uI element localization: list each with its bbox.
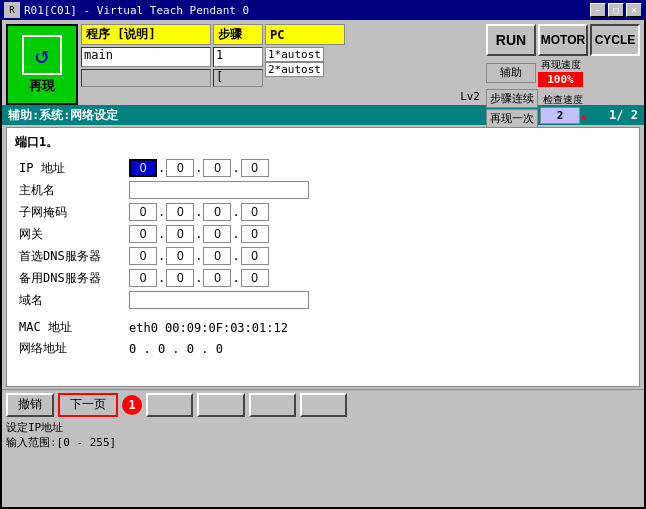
content-area: 端口1。 IP 地址 . . . — [6, 127, 640, 387]
ip-dot: . — [232, 271, 239, 285]
gw-seg-1[interactable] — [166, 225, 194, 243]
hostname-label: 主机名 — [15, 179, 125, 201]
dns2-seg-1[interactable] — [166, 269, 194, 287]
saigen-speed-label: 再现速度 — [541, 58, 581, 72]
status-page: 1/ 2 — [609, 108, 638, 122]
saigen-box[interactable]: ↺ 再現 — [6, 24, 78, 105]
dns1-label: 首选DNS服务器 — [15, 245, 125, 267]
ip-dot: . — [232, 227, 239, 241]
status-text: 辅助:系统:网络设定 — [8, 107, 118, 124]
maximize-button[interactable]: □ — [608, 3, 624, 17]
ip-label: IP 地址 — [15, 157, 125, 179]
subnet-seg-2[interactable] — [203, 203, 231, 221]
dns1-seg-2[interactable] — [203, 247, 231, 265]
hojo-button[interactable]: 辅助 — [486, 63, 536, 83]
next-page-button[interactable]: 下一页 — [58, 393, 118, 417]
ip-seg-3[interactable] — [241, 159, 269, 177]
ip-dot: . — [232, 205, 239, 219]
ip-dot: . — [232, 249, 239, 263]
gw-seg-3[interactable] — [241, 225, 269, 243]
table-row: 网关 . . . — [15, 223, 631, 245]
hint-line1: 设定IP地址 — [6, 420, 640, 435]
ip-dot: . — [158, 161, 165, 175]
right-buttons: RUN MOTOR CYCLE 辅助 再现速度 100% 步骤连续 再现一次 检… — [486, 24, 640, 105]
hostname-input[interactable] — [129, 181, 309, 199]
step-value: 1 — [213, 47, 263, 67]
btn5[interactable] — [249, 393, 296, 417]
ip-dot: . — [195, 227, 202, 241]
subnet-seg-0[interactable] — [129, 203, 157, 221]
prog-row1: 程序 [说明] 步骤 PC — [81, 24, 455, 45]
gateway-field: . . . — [125, 223, 631, 245]
saigen-speed: 再现速度 100% — [538, 58, 583, 87]
dns2-seg-0[interactable] — [129, 269, 157, 287]
saigen-arrow-icon: ↺ — [35, 43, 49, 67]
run-button[interactable]: RUN — [486, 24, 536, 56]
program-section: 程序 [说明] 步骤 PC main [ 1 — [81, 24, 455, 105]
dns1-seg-1[interactable] — [166, 247, 194, 265]
table-row: 网络地址 0 . 0 . 0 . 0 — [15, 338, 631, 359]
cycle-button[interactable]: CYCLE — [590, 24, 640, 56]
ip-dot: . — [232, 161, 239, 175]
step-ichido-button[interactable]: 再现一次 — [486, 109, 538, 128]
table-row: 备用DNS服务器 . . . — [15, 267, 631, 289]
subnet-seg-3[interactable] — [241, 203, 269, 221]
gw-seg-0[interactable] — [129, 225, 157, 243]
badge: 1 — [122, 395, 142, 415]
table-row: 子网掩码 . . . — [15, 201, 631, 223]
dns1-seg-3[interactable] — [241, 247, 269, 265]
pc-line2: 2*autost — [265, 62, 324, 77]
table-row: IP 地址 . . . — [15, 157, 631, 179]
step-renzoku-button[interactable]: 步骤连续 — [486, 89, 538, 108]
dns2-seg-3[interactable] — [241, 269, 269, 287]
ip-dot: . — [158, 205, 165, 219]
saigen-icon: ↺ — [22, 35, 62, 75]
ip-seg-2[interactable] — [203, 159, 231, 177]
ip-seg-1[interactable] — [166, 159, 194, 177]
dns1-seg-0[interactable] — [129, 247, 157, 265]
check-speed-label: 检查速度 — [543, 93, 583, 107]
ip-dot: . — [158, 271, 165, 285]
title-buttons: − □ × — [590, 3, 642, 17]
network-value: 0 . 0 . 0 . 0 — [125, 338, 631, 359]
dns2-label: 备用DNS服务器 — [15, 267, 125, 289]
pc-header: PC — [265, 24, 345, 45]
network-table: IP 地址 . . . 主 — [15, 157, 631, 359]
title-text: R01[C01] - Virtual Teach Pendant 0 — [24, 4, 590, 17]
program-value: main — [81, 47, 211, 67]
pc-info: 1*autost 2*autost — [265, 47, 324, 87]
bottom-bar: 撤销 下一页 1 — [2, 389, 644, 419]
step-header: 步骤 — [213, 24, 263, 45]
program-bracket: [ — [81, 69, 211, 87]
hint-line2: 输入范围:[0 - 255] — [6, 435, 640, 450]
ip-field: . . . — [125, 157, 631, 179]
hostname-field — [125, 179, 631, 201]
check-speed: 检查速度 2 ▲ — [540, 93, 586, 124]
minimize-button[interactable]: − — [590, 3, 606, 17]
table-row: 主机名 — [15, 179, 631, 201]
lv-section: Lv2 — [460, 24, 480, 105]
table-row: MAC 地址 eth0 00:09:0F:03:01:12 — [15, 317, 631, 338]
mac-label: MAC 地址 — [15, 317, 125, 338]
toolbar: ↺ 再現 程序 [说明] 步骤 PC main [ — [2, 20, 644, 105]
btn-row-top: RUN MOTOR CYCLE — [486, 24, 640, 56]
motor-button[interactable]: MOTOR — [538, 24, 588, 56]
btn3[interactable] — [146, 393, 193, 417]
ip-dot: . — [195, 271, 202, 285]
btn4[interactable] — [197, 393, 244, 417]
table-row: 域名 — [15, 289, 631, 311]
close-button[interactable]: × — [626, 3, 642, 17]
step-bracket: [ — [213, 69, 263, 87]
cancel-button[interactable]: 撤销 — [6, 393, 54, 417]
btn6[interactable] — [300, 393, 347, 417]
hint-bar: 设定IP地址 输入范围:[0 - 255] — [2, 419, 644, 437]
dns2-seg-2[interactable] — [203, 269, 231, 287]
gw-seg-2[interactable] — [203, 225, 231, 243]
prog-row2: main [ 1 [ 1*autost 2*autost — [81, 47, 455, 87]
subnet-field: . . . — [125, 201, 631, 223]
subnet-seg-1[interactable] — [166, 203, 194, 221]
dns2-field: . . . — [125, 267, 631, 289]
pc-line1: 1*autost — [265, 47, 324, 62]
domain-input[interactable] — [129, 291, 309, 309]
ip-seg-0[interactable] — [129, 159, 157, 177]
